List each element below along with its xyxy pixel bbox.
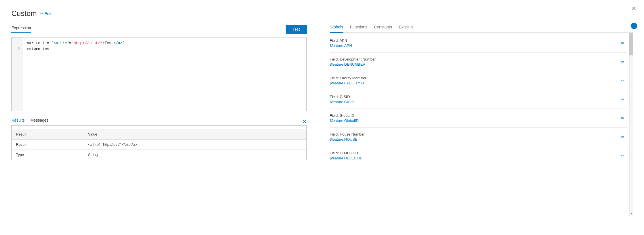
tab-functions[interactable]: Functions (350, 25, 367, 33)
field-value: $feature.APN (330, 43, 619, 48)
field-item: Field: APN$feature.APN✏ (330, 33, 627, 53)
cell-result: Type (12, 150, 84, 160)
field-info: Field: OBJECTID$feature.OBJECTID (330, 151, 619, 160)
main-layout: Expression Test 1 2 var test = `<a href=… (11, 25, 633, 216)
line-number-2: 2 (14, 46, 20, 52)
tab-constants[interactable]: Constants (374, 25, 392, 33)
pencil-icon: ✏ (621, 116, 625, 121)
cell-result: Result (12, 140, 84, 150)
edit-link[interactable]: ✏ Edit (40, 11, 51, 16)
code-line-1: var test = `<a href="http://test/">Test<… (27, 40, 302, 46)
code-content[interactable]: var test = `<a href="http://test/">Test<… (23, 38, 306, 111)
field-edit-button[interactable]: ✏ (619, 133, 627, 141)
line-number-1: 1 (14, 40, 20, 46)
scrollbar-down-arrow[interactable]: ▼ (630, 211, 633, 216)
field-value: $feature.HOUSE (330, 137, 619, 142)
field-label: Field: GlobalID (330, 113, 619, 118)
table-header-row: Result Value (12, 129, 306, 140)
field-edit-button[interactable]: ✏ (619, 115, 627, 122)
table-row: TypeString (12, 150, 306, 160)
field-value: $feature.GISID (330, 100, 619, 104)
field-item: Field: House Number$feature.HOUSE✏ (330, 128, 627, 146)
field-label: Field: OBJECTID (330, 151, 619, 155)
fields-list: Field: APN$feature.APN✏Field: Developmen… (330, 33, 633, 165)
field-label: Field: Facility Identifier (330, 76, 619, 80)
field-label: Field: Development Number (330, 57, 619, 61)
expression-header: Expression Test (11, 25, 307, 34)
right-scroll-container: Field: APN$feature.APN✏Field: Developmen… (330, 33, 633, 216)
tab-expression[interactable]: Expression (11, 26, 31, 33)
field-info: Field: Development Number$feature.DENUMB… (330, 57, 619, 66)
right-panel: Globals Functions Constants Existing Fie… (318, 25, 633, 216)
field-info: Field: House Number$feature.HOUSE (330, 132, 619, 142)
left-panel: Expression Test 1 2 var test = `<a href=… (11, 25, 318, 216)
pencil-icon: ✏ (621, 59, 625, 65)
field-info: Field: GISID$feature.GISID (330, 95, 619, 104)
field-label: Field: APN (330, 38, 619, 43)
close-button[interactable]: ✕ (629, 4, 638, 13)
right-tabs: Globals Functions Constants Existing (330, 25, 633, 33)
pencil-icon: ✏ (621, 153, 625, 158)
field-item: Field: GlobalID$feature.GlobalID✏ (330, 109, 627, 128)
results-close-icon: ✕ (302, 119, 307, 124)
col-value: Value (84, 129, 306, 140)
cell-value: <a href="http://test/">Test</a> (84, 140, 306, 150)
field-value: $feature.DENUMBER (330, 62, 619, 66)
cell-value: String (84, 150, 306, 160)
test-button[interactable]: Test (286, 25, 307, 34)
results-tabs: Results Messages (11, 118, 54, 125)
field-edit-button[interactable]: ✏ (619, 77, 627, 84)
field-item: Field: GISID$feature.GISID✏ (330, 90, 627, 109)
tab-messages[interactable]: Messages (30, 118, 49, 125)
modal-header: Custom ✏ Edit (11, 9, 633, 18)
edit-label: Edit (45, 11, 51, 16)
pencil-icon: ✏ (621, 41, 625, 46)
pencil-icon: ✏ (621, 97, 625, 102)
line-numbers: 1 2 (12, 38, 23, 111)
tab-globals[interactable]: Globals (330, 25, 343, 33)
results-table: Result Value Result<a href="http://test/… (12, 129, 306, 160)
field-info: Field: Facility Identifier$feature.FACIL… (330, 76, 619, 85)
field-item: Field: OBJECTID$feature.OBJECTID✏ (330, 146, 627, 165)
field-info: Field: GlobalID$feature.GlobalID (330, 113, 619, 123)
field-info: Field: APN$feature.APN (330, 38, 619, 48)
field-item: Field: Facility Identifier$feature.FACIL… (330, 71, 627, 90)
field-label: Field: GISID (330, 95, 619, 99)
scrollbar[interactable]: ▲ ▼ (629, 33, 633, 216)
close-icon: ✕ (631, 5, 636, 12)
field-value: $feature.FACILITYID (330, 81, 619, 85)
code-editor[interactable]: 1 2 var test = `<a href="http://test/">T… (11, 37, 307, 111)
info-icon[interactable]: i (631, 23, 637, 29)
edit-icon: ✏ (40, 11, 43, 16)
pencil-icon: ✏ (621, 134, 625, 140)
results-section: Results Messages ✕ Result Value (11, 118, 307, 216)
field-value: $feature.OBJECTID (330, 156, 619, 160)
pencil-icon: ✏ (621, 78, 625, 83)
field-label: Field: House Number (330, 132, 619, 136)
field-value: $feature.GlobalID (330, 118, 619, 123)
field-edit-button[interactable]: ✏ (619, 39, 627, 47)
field-edit-button[interactable]: ✏ (619, 96, 627, 103)
field-edit-button[interactable]: ✏ (619, 58, 627, 66)
modal-container: ✕ i Custom ✏ Edit Expression Test 1 2 (0, 0, 644, 235)
scrollbar-thumb[interactable] (629, 33, 633, 55)
code-line-2: return test (27, 46, 302, 52)
field-item: Field: Development Number$feature.DENUMB… (330, 53, 627, 71)
field-edit-button[interactable]: ✏ (619, 152, 627, 159)
tab-results[interactable]: Results (11, 118, 25, 125)
results-close-button[interactable]: ✕ (302, 119, 307, 124)
col-result: Result (12, 129, 84, 140)
results-table-wrapper: Result Value Result<a href="http://test/… (11, 125, 307, 160)
table-row: Result<a href="http://test/">Test</a> (12, 140, 306, 150)
modal-title: Custom (11, 9, 37, 18)
results-header: Results Messages ✕ (11, 118, 307, 125)
tab-existing[interactable]: Existing (399, 25, 413, 33)
